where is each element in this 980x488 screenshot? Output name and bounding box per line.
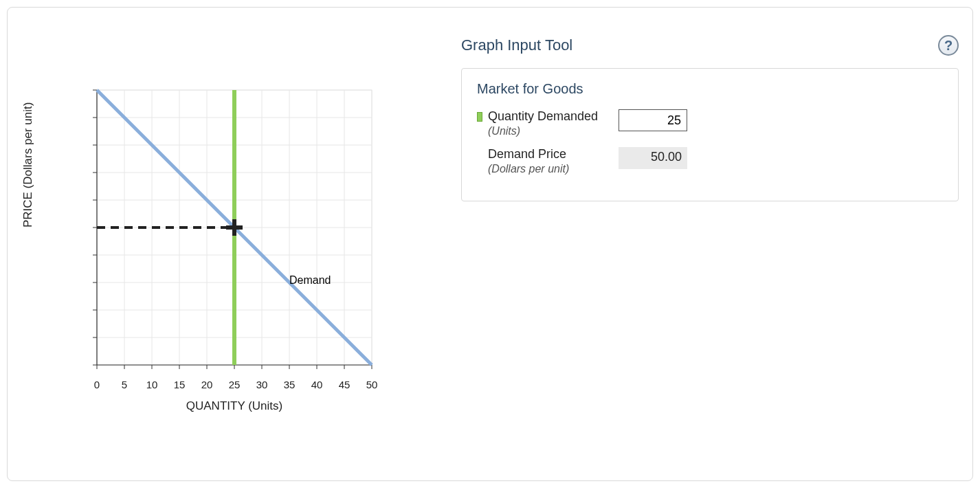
row-demand-price: Demand Price (Dollars per unit) 50.00 [477, 147, 943, 175]
quantity-units: (Units) [488, 125, 520, 137]
input-panel: Graph Input Tool ? Market for Goods Quan… [420, 21, 959, 467]
x-tick: 5 [111, 379, 138, 390]
x-tick: 0 [83, 379, 111, 390]
demand-series-label: Demand [289, 274, 331, 287]
x-tick: 45 [331, 379, 358, 390]
panel-subtitle: Market for Goods [477, 81, 943, 97]
quantity-label-text: Quantity Demanded [488, 109, 598, 123]
row-quantity-demanded: Quantity Demanded (Units) [477, 109, 943, 137]
x-tick: 25 [221, 379, 248, 390]
x-axis-label: QUANTITY (Units) [97, 399, 372, 413]
price-marker-blank [477, 150, 482, 159]
price-output: 50.00 [619, 147, 687, 169]
y-axis-label: PRICE (Dollars per unit) [21, 102, 35, 228]
panel-title: Graph Input Tool [461, 36, 572, 54]
x-tick: 40 [303, 379, 331, 390]
price-units: (Dollars per unit) [488, 163, 569, 175]
main-frame: PRICE (Dollars per unit) QUANTITY (Units… [7, 7, 973, 481]
plot-svg[interactable] [97, 90, 372, 365]
quantity-input[interactable] [619, 109, 687, 131]
quantity-label: Quantity Demanded (Units) [488, 109, 619, 137]
plot-area[interactable]: Demand [97, 90, 372, 365]
x-tick: 35 [276, 379, 303, 390]
chart-panel: PRICE (Dollars per unit) QUANTITY (Units… [35, 21, 420, 467]
quantity-marker-icon [477, 112, 482, 122]
x-tick: 30 [248, 379, 276, 390]
panel-box: Market for Goods Quantity Demanded (Unit… [461, 68, 959, 201]
x-tick: 10 [138, 379, 166, 390]
x-tick: 50 [358, 379, 386, 390]
x-tick: 20 [193, 379, 221, 390]
panel-title-row: Graph Input Tool ? [461, 35, 959, 56]
x-tick: 15 [166, 379, 193, 390]
price-label-text: Demand Price [488, 147, 566, 161]
help-icon[interactable]: ? [938, 35, 959, 56]
price-label: Demand Price (Dollars per unit) [488, 147, 619, 175]
